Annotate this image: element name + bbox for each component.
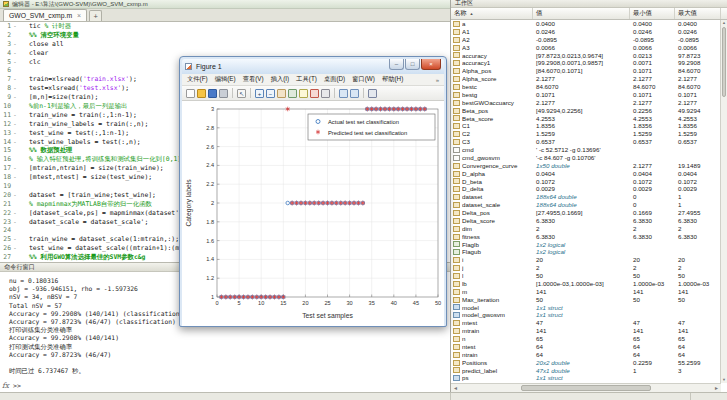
workspace-row[interactable]: dataset_scale188x64 double01 bbox=[451, 201, 727, 209]
vertical-scroll-thumb[interactable] bbox=[722, 27, 726, 97]
variable-value: 2 bbox=[533, 225, 630, 233]
tab-gwo-svm-cxmp[interactable]: GWO_SVM_cxmp.m × bbox=[3, 9, 87, 21]
workspace-horizontal-scrollbar[interactable]: ◄ ► bbox=[451, 383, 721, 392]
tab-close-icon[interactable]: × bbox=[77, 13, 81, 19]
workspace-row[interactable]: bestGWOaccuarcy2.12772.12772.1277 bbox=[451, 99, 727, 107]
workspace-row[interactable]: dim222 bbox=[451, 225, 727, 233]
workspace-row[interactable]: a0.04000.04000.0400 bbox=[451, 20, 727, 28]
menu-item-7[interactable]: 窗口(W) bbox=[352, 75, 375, 84]
workspace-row[interactable]: ntrain646464 bbox=[451, 351, 727, 359]
variable-max: 141 bbox=[675, 288, 721, 296]
workspace-row[interactable]: A30.00660.00660.0066 bbox=[451, 44, 727, 52]
workspace-row[interactable]: dataset188x64 double01 bbox=[451, 193, 727, 201]
variable-name: ps bbox=[462, 374, 533, 382]
workspace-row[interactable]: l505050 bbox=[451, 272, 727, 280]
variable-value: 64 bbox=[533, 343, 630, 351]
workspace-row[interactable]: Alpha_pos[84.6070,0.1071]0.107184.6070 bbox=[451, 67, 727, 75]
workspace-row[interactable]: predict_label47x1 double13 bbox=[451, 367, 727, 375]
workspace-row[interactable]: accuracy[97.8723,0.0213,0.9674]0.021397.… bbox=[451, 52, 727, 60]
menu-item-6[interactable]: 桌面(D) bbox=[324, 75, 345, 84]
maximize-button[interactable]: □ bbox=[405, 59, 420, 70]
open-file-icon[interactable] bbox=[197, 89, 206, 98]
workspace-row[interactable]: Beta_score4.25534.25534.2553 bbox=[451, 115, 727, 123]
workspace-row[interactable]: Convergence_curve1x50 double2.127719.148… bbox=[451, 162, 727, 170]
close-button[interactable]: × bbox=[421, 59, 441, 70]
workspace-row[interactable]: ps1x1 struct bbox=[451, 374, 727, 382]
workspace-vertical-scrollbar[interactable]: ▲ ▼ bbox=[720, 20, 727, 383]
workspace-row[interactable]: mtrain141141141 bbox=[451, 327, 727, 335]
horizontal-scroll-thumb[interactable] bbox=[521, 385, 651, 391]
variable-min: 50 bbox=[630, 296, 675, 304]
column-header-max[interactable]: 最大值 bbox=[675, 8, 721, 19]
data-cursor-icon[interactable] bbox=[299, 89, 308, 98]
workspace-row[interactable]: Positions20x2 double0.225955.2599 bbox=[451, 359, 727, 367]
insert-legend-icon[interactable] bbox=[350, 89, 359, 98]
zoom-in-icon[interactable]: + bbox=[255, 89, 264, 98]
column-header-name[interactable]: 名称 ▲ bbox=[451, 8, 533, 19]
workspace-row[interactable]: ntest646464 bbox=[451, 343, 727, 351]
minimize-button[interactable]: – bbox=[389, 59, 404, 70]
scroll-up-icon[interactable]: ▲ bbox=[721, 20, 727, 26]
workspace-row[interactable]: model_gwosvm1x1 struct bbox=[451, 311, 727, 319]
pan-icon[interactable] bbox=[277, 89, 286, 98]
dock-figure-icon[interactable] bbox=[368, 89, 377, 98]
menu-item-5[interactable]: 工具(T) bbox=[296, 75, 317, 84]
workspace-row[interactable]: accuracy1[99.2908,0.0071,0.9857]0.007199… bbox=[451, 59, 727, 67]
menu-item-2[interactable]: 编辑(E) bbox=[215, 75, 236, 84]
workspace-row[interactable]: bestg0.10710.10710.1071 bbox=[451, 91, 727, 99]
workspace-row[interactable]: Flaglb1x2 logical bbox=[451, 241, 727, 249]
workspace-row[interactable]: lb[1.0000e-03,1.0000e-03]1.0000e-031.000… bbox=[451, 280, 727, 288]
menu-item-3[interactable]: 查看(V) bbox=[243, 75, 264, 84]
workspace-row[interactable]: C21.52591.52591.5259 bbox=[451, 130, 727, 138]
workspace-row[interactable]: i202020 bbox=[451, 256, 727, 264]
column-header-value[interactable]: 值 bbox=[533, 8, 630, 19]
workspace-row[interactable]: Delta_score6.38306.38306.3830 bbox=[451, 217, 727, 225]
print-icon[interactable] bbox=[219, 89, 228, 98]
workspace-row[interactable]: Max_iteration505050 bbox=[451, 296, 727, 304]
workspace-row[interactable]: Alpha_score2.12772.12772.1277 bbox=[451, 75, 727, 83]
workspace-row[interactable]: A2-0.0895-0.0895-0.0895 bbox=[451, 36, 727, 44]
workspace-row[interactable]: cmd' -c 52.5712 -g 0.13696' bbox=[451, 146, 727, 154]
insert-colorbar-icon[interactable] bbox=[339, 89, 348, 98]
link-plot-icon[interactable] bbox=[321, 89, 330, 98]
zoom-out-icon[interactable]: − bbox=[266, 89, 275, 98]
menu-item-4[interactable]: 插入(I) bbox=[271, 75, 290, 84]
variable-min: 141 bbox=[630, 327, 675, 335]
workspace-row[interactable]: Flagub1x2 logical bbox=[451, 248, 727, 256]
rotate-3d-icon[interactable] bbox=[288, 89, 297, 98]
workspace-row[interactable]: m141141141 bbox=[451, 288, 727, 296]
column-header-min[interactable]: 最小值 bbox=[630, 8, 675, 19]
sort-ascending-icon: ▲ bbox=[470, 11, 474, 16]
workspace-row[interactable]: n656565 bbox=[451, 335, 727, 343]
brush-icon[interactable] bbox=[310, 89, 319, 98]
workspace-row[interactable]: D_alpha0.04040.04040.0404 bbox=[451, 170, 727, 178]
workspace-row[interactable]: D_beta0.10720.10720.1072 bbox=[451, 178, 727, 186]
workspace-row[interactable]: fitness6.38306.38306.3830 bbox=[451, 233, 727, 241]
workspace-row[interactable]: C11.83561.83561.8356 bbox=[451, 122, 727, 130]
workspace-row[interactable]: model1x1 struct bbox=[451, 304, 727, 312]
workspace-row[interactable]: bestc84.607084.607084.6070 bbox=[451, 83, 727, 91]
scroll-right-icon[interactable]: ► bbox=[714, 384, 719, 392]
new-figure-icon[interactable] bbox=[186, 89, 195, 98]
matrix-variable-icon bbox=[453, 360, 460, 366]
workspace-row[interactable]: cmd_gwosvm'-c 84.607 -g 0.10706' bbox=[451, 154, 727, 162]
new-tab-button[interactable]: + bbox=[89, 10, 102, 21]
scroll-down-icon[interactable]: ▼ bbox=[721, 377, 727, 383]
menu-item-1[interactable]: 文件(F) bbox=[187, 75, 208, 84]
save-figure-icon[interactable] bbox=[208, 89, 217, 98]
workspace-row[interactable]: j222 bbox=[451, 264, 727, 272]
workspace-row[interactable]: A10.02460.02460.0246 bbox=[451, 28, 727, 36]
workspace-row[interactable]: Beta_pos[49.9294,0.2256]0.225649.9294 bbox=[451, 107, 727, 115]
figure-titlebar[interactable]: Figure 1 –□× bbox=[182, 59, 444, 74]
workspace-row[interactable]: D_delta0.00290.00290.0029 bbox=[451, 185, 727, 193]
menu-item-8[interactable]: 帮助(H) bbox=[382, 75, 403, 84]
scroll-left-icon[interactable]: ◄ bbox=[453, 384, 458, 392]
menu-overflow-icon[interactable]: » bbox=[436, 77, 439, 83]
command-prompt[interactable]: >> bbox=[13, 382, 21, 390]
variable-name: C2 bbox=[462, 130, 533, 138]
workspace-row[interactable]: C30.65370.65370.6537 bbox=[451, 138, 727, 146]
workspace-row[interactable]: Delta_pos[27.4955,0.1669]0.166927.4955 bbox=[451, 209, 727, 217]
workspace-row[interactable]: mtest474747 bbox=[451, 319, 727, 327]
executable-marker: - bbox=[11, 235, 19, 244]
edit-plot-icon[interactable]: ↖ bbox=[237, 89, 246, 98]
